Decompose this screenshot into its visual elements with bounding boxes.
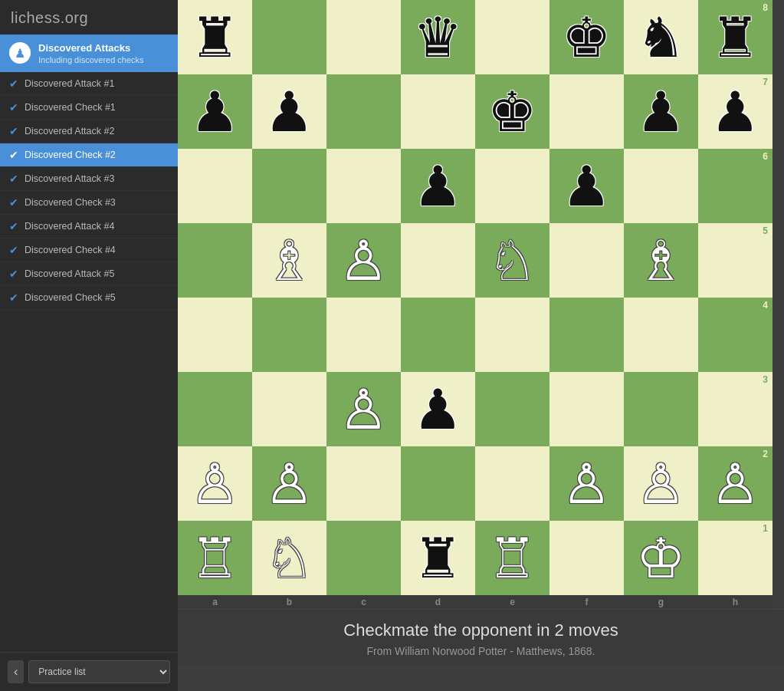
square-b6[interactable] — [252, 149, 326, 223]
square-g3[interactable] — [624, 372, 698, 446]
lesson-item-da2[interactable]: ✔ Discovered Attack #2 — [0, 120, 178, 143]
lesson-item-dc3[interactable]: ✔ Discovered Check #3 — [0, 191, 178, 215]
piece-wP-g2: ♙ — [636, 456, 686, 512]
file-label-a: a — [178, 597, 252, 607]
square-f8[interactable]: ♚ — [549, 0, 624, 74]
logo[interactable]: lichess.org — [0, 0, 178, 35]
rank-label-3: 3 — [763, 372, 771, 446]
square-a4[interactable] — [178, 298, 252, 372]
square-a2[interactable]: ♙ — [178, 446, 252, 521]
square-f6[interactable]: ♟ — [549, 149, 624, 223]
square-e7[interactable]: ♚ — [475, 74, 549, 149]
square-a5[interactable] — [178, 223, 252, 298]
square-d2[interactable] — [401, 446, 475, 521]
square-d7[interactable] — [401, 74, 475, 149]
square-f7[interactable] — [549, 74, 624, 149]
square-c2[interactable] — [326, 446, 401, 521]
square-a8[interactable]: ♜ — [178, 0, 252, 74]
square-g2[interactable]: ♙ — [624, 446, 698, 521]
practice-list-select[interactable]: Practice list — [28, 660, 170, 683]
square-b7[interactable]: ♟ — [252, 74, 326, 149]
square-a7[interactable]: ♟ — [178, 74, 252, 149]
square-h4[interactable] — [698, 298, 773, 372]
lesson-item-da1[interactable]: ✔ Discovered Attack #1 — [0, 72, 178, 96]
lesson-item-dc2[interactable]: ✔ Discovered Check #2 — [0, 143, 178, 167]
square-h5[interactable] — [698, 223, 773, 298]
file-label-e: e — [475, 597, 549, 607]
board-container: ♜♛♚♞♜♟♟♚♟♟♟♟♗♙♘♗♙♟♙♙♙♙♙♖♘♜♖♔ 87654321 — [178, 0, 784, 595]
check-icon: ✔ — [9, 244, 18, 256]
lesson-item-da4[interactable]: ✔ Discovered Attack #4 — [0, 215, 178, 239]
square-b2[interactable]: ♙ — [252, 446, 326, 521]
piece-wR-a1: ♖ — [190, 531, 240, 586]
check-icon: ✔ — [9, 268, 18, 280]
piece-wP-c3: ♙ — [339, 382, 389, 437]
square-g7[interactable]: ♟ — [624, 74, 698, 149]
square-c6[interactable] — [326, 149, 401, 223]
square-e6[interactable] — [475, 149, 549, 223]
square-d3[interactable]: ♟ — [401, 372, 475, 446]
square-f4[interactable] — [549, 298, 624, 372]
square-e1[interactable]: ♖ — [475, 521, 549, 595]
file-label-d: d — [401, 597, 475, 607]
square-b4[interactable] — [252, 298, 326, 372]
check-icon: ✔ — [9, 149, 18, 161]
square-c8[interactable] — [326, 0, 401, 74]
square-c3[interactable]: ♙ — [326, 372, 401, 446]
piece-bP-d6: ♟ — [413, 159, 463, 214]
square-g4[interactable] — [624, 298, 698, 372]
piece-wB-g5: ♗ — [636, 233, 686, 288]
square-g1[interactable]: ♔ — [624, 521, 698, 595]
lesson-item-dc5[interactable]: ✔ Discovered Check #5 — [0, 286, 178, 310]
square-h1[interactable] — [698, 521, 773, 595]
square-f2[interactable]: ♙ — [549, 446, 624, 521]
piece-bR-a8: ♜ — [190, 10, 240, 65]
square-d4[interactable] — [401, 298, 475, 372]
square-d1[interactable]: ♜ — [401, 521, 475, 595]
square-e5[interactable]: ♘ — [475, 223, 549, 298]
square-c7[interactable] — [326, 74, 401, 149]
lesson-item-dc1[interactable]: ✔ Discovered Check #1 — [0, 96, 178, 120]
square-e3[interactable] — [475, 372, 549, 446]
category-header[interactable]: ♟ Discovered Attacks Including discovere… — [0, 35, 178, 72]
square-d5[interactable] — [401, 223, 475, 298]
square-e8[interactable] — [475, 0, 549, 74]
category-text: Discovered Attacks Including discovered … — [38, 42, 144, 64]
lesson-label: Discovered Attack #1 — [25, 78, 114, 89]
square-c1[interactable] — [326, 521, 401, 595]
square-h3[interactable] — [698, 372, 773, 446]
square-c5[interactable]: ♙ — [326, 223, 401, 298]
square-h6[interactable] — [698, 149, 773, 223]
square-e2[interactable] — [475, 446, 549, 521]
square-a1[interactable]: ♖ — [178, 521, 252, 595]
square-b1[interactable]: ♘ — [252, 521, 326, 595]
lesson-item-dc4[interactable]: ✔ Discovered Check #4 — [0, 239, 178, 262]
square-g6[interactable] — [624, 149, 698, 223]
square-g5[interactable]: ♗ — [624, 223, 698, 298]
lesson-label: Discovered Attack #3 — [25, 173, 114, 184]
square-g8[interactable]: ♞ — [624, 0, 698, 74]
square-b3[interactable] — [252, 372, 326, 446]
bottom-info: Checkmate the opponent in 2 moves From W… — [178, 609, 784, 665]
back-button[interactable]: ‹ — [8, 660, 24, 683]
square-f1[interactable] — [549, 521, 624, 595]
piece-wP-a2: ♙ — [190, 456, 240, 512]
lesson-item-da3[interactable]: ✔ Discovered Attack #3 — [0, 167, 178, 191]
square-d6[interactable]: ♟ — [401, 149, 475, 223]
sidebar: lichess.org ♟ Discovered Attacks Includi… — [0, 0, 178, 691]
lesson-item-da5[interactable]: ✔ Discovered Attack #5 — [0, 262, 178, 286]
square-h8[interactable]: ♜ — [698, 0, 773, 74]
square-f3[interactable] — [549, 372, 624, 446]
square-a3[interactable] — [178, 372, 252, 446]
square-d8[interactable]: ♛ — [401, 0, 475, 74]
square-f5[interactable] — [549, 223, 624, 298]
square-b5[interactable]: ♗ — [252, 223, 326, 298]
square-b8[interactable] — [252, 0, 326, 74]
square-c4[interactable] — [326, 298, 401, 372]
square-h2[interactable]: ♙ — [698, 446, 773, 521]
square-h7[interactable]: ♟ — [698, 74, 773, 149]
square-a6[interactable] — [178, 149, 252, 223]
square-e4[interactable] — [475, 298, 549, 372]
piece-wP-h2: ♙ — [710, 456, 760, 512]
lesson-list: ✔ Discovered Attack #1✔ Discovered Check… — [0, 72, 178, 310]
